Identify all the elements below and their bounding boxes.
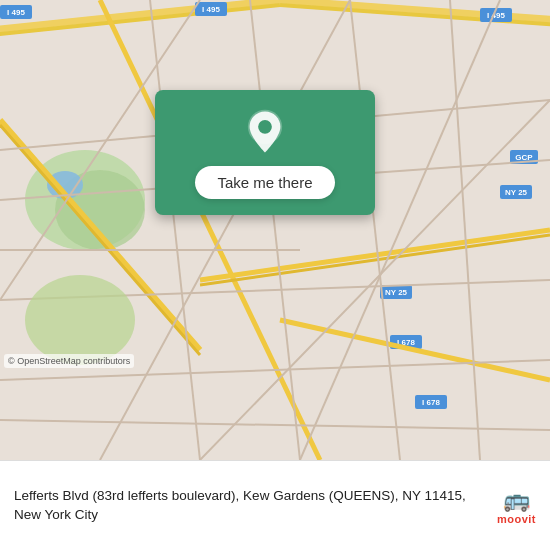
moovit-logo: 🚌 moovit [497,487,536,525]
svg-text:I 495: I 495 [202,5,220,14]
info-bar: Lefferts Blvd (83rd lefferts boulevard),… [0,460,550,550]
take-me-there-button[interactable]: Take me there [195,166,334,199]
svg-text:I 495: I 495 [487,11,505,20]
svg-text:I 495: I 495 [7,8,25,17]
moovit-label: moovit [497,513,536,525]
location-pin-icon [241,108,289,156]
osm-credit: © OpenStreetMap contributors [4,354,134,368]
map-area: I 495 I 495 I 495 NY 25 NY 25 I 678 I 67… [0,0,550,460]
map-background: I 495 I 495 I 495 NY 25 NY 25 I 678 I 67… [0,0,550,460]
svg-text:I 678: I 678 [422,398,440,407]
svg-point-44 [25,275,135,365]
svg-text:NY 25: NY 25 [505,188,528,197]
svg-point-46 [258,120,272,134]
moovit-bus-icon: 🚌 [503,487,530,513]
svg-text:NY 25: NY 25 [385,288,408,297]
location-card: Take me there [155,90,375,215]
address-text: Lefferts Blvd (83rd lefferts boulevard),… [14,487,487,525]
